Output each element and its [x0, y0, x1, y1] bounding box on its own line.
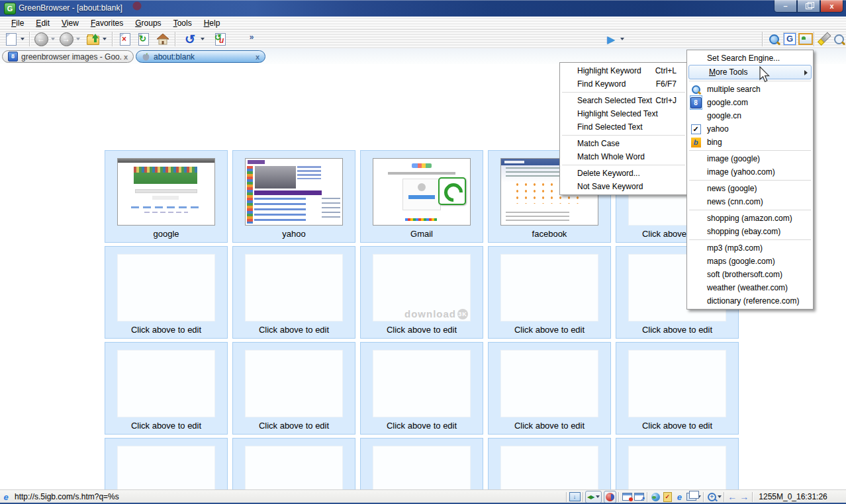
chevron-down-icon[interactable] — [718, 495, 722, 498]
popup-filter-button[interactable] — [621, 491, 633, 502]
empty-thumbnail[interactable]: download 3K — [373, 254, 471, 321]
menu-item-shopping-ebay[interactable]: shopping (ebay.com) — [687, 225, 813, 238]
menu-item-news-cnn[interactable]: news (cnn.com) — [687, 195, 813, 208]
new-page-dropdown[interactable] — [19, 31, 26, 47]
dial-cell-empty[interactable]: Click above to edit — [105, 246, 228, 339]
dial-cell-empty[interactable]: Click above to edit — [105, 342, 228, 435]
menu-item-more-tools[interactable]: More Tools — [688, 65, 812, 79]
restore-button[interactable] — [797, 0, 820, 13]
menu-item-shopping-amazon[interactable]: shopping (amazon.com) — [687, 212, 813, 225]
menu-item-set-search-engine[interactable]: Set Search Engine... — [687, 52, 813, 65]
empty-thumbnail[interactable] — [117, 350, 215, 417]
menu-edit[interactable]: Edit — [30, 17, 56, 29]
menu-item-match-case[interactable]: Match Case — [560, 137, 687, 150]
window-arrange-button[interactable] — [685, 491, 697, 502]
menu-help[interactable]: Help — [198, 17, 226, 29]
dial-cell-yahoo[interactable]: yahoo — [232, 150, 355, 243]
menu-item-image-google[interactable]: image (google) — [687, 152, 813, 165]
go-button[interactable]: ▶ — [604, 31, 618, 47]
google-search-button[interactable]: G — [782, 31, 798, 47]
empty-thumbnail[interactable] — [245, 254, 343, 321]
stop-button[interactable]: × — [117, 31, 134, 47]
back-button[interactable]: ← — [33, 31, 49, 47]
dial-cell-google[interactable]: google — [105, 150, 228, 243]
home-button[interactable] — [154, 31, 172, 47]
empty-thumbnail[interactable] — [628, 350, 726, 417]
dial-cell-empty[interactable]: download 3K Click above to edit — [360, 246, 483, 339]
menu-item-delete-keyword[interactable]: Delete Keyword... — [560, 167, 687, 180]
forward-button[interactable]: → — [58, 31, 74, 47]
menu-item-highlight-selected-text[interactable]: Highlight Selected Text — [560, 107, 687, 120]
proxy-toggle[interactable] — [604, 491, 616, 503]
menu-item-bing[interactable]: b bing — [687, 136, 813, 149]
menu-item-google-cn[interactable]: google.cn — [687, 109, 813, 122]
menu-view[interactable]: View — [56, 17, 85, 29]
tab-greenbrowser-images[interactable]: 8 greenbrowser images - Goo... x — [2, 50, 134, 63]
empty-thumbnail[interactable] — [373, 350, 471, 417]
menu-item-find-selected-text[interactable]: Find Selected Text — [560, 120, 687, 134]
menu-item-soft[interactable]: soft (brothersoft.com) — [687, 268, 813, 281]
menu-groups[interactable]: Groups — [129, 17, 167, 29]
menu-item-multiple-search[interactable]: multiple search — [687, 83, 813, 96]
next-page-button[interactable]: → — [738, 491, 750, 502]
menu-item-google-com[interactable]: 8 google.com — [687, 96, 813, 109]
menu-item-maps[interactable]: maps (google.com) — [687, 255, 813, 268]
menu-item-highlight-keyword[interactable]: Highlight Keyword Ctrl+L — [560, 64, 687, 77]
menu-item-find-keyword[interactable]: Find Keyword F6/F7 — [560, 77, 687, 91]
menu-item-yahoo[interactable]: ✓ yahoo — [687, 122, 813, 136]
toolbar-overflow-chevron[interactable]: » — [246, 29, 257, 45]
menu-item-match-whole-word[interactable]: Match Whole Word — [560, 150, 687, 163]
dial-cell-empty[interactable]: Click above to edit — [616, 342, 739, 435]
search-highlight-button[interactable] — [766, 31, 782, 47]
empty-thumbnail[interactable] — [500, 350, 598, 417]
online-service-button[interactable] — [649, 491, 661, 502]
minimize-button[interactable]: – — [774, 0, 797, 13]
dial-cell-empty[interactable]: Click above to edit — [232, 246, 355, 339]
google-thumbnail[interactable] — [117, 158, 215, 226]
zoom-button[interactable]: + — [706, 491, 718, 502]
image-search-button[interactable] — [798, 31, 814, 47]
yahoo-thumbnail[interactable] — [245, 158, 343, 226]
undo-button[interactable]: ↺ — [181, 31, 199, 47]
gmail-thumbnail[interactable] — [373, 158, 471, 226]
menu-item-mp3[interactable]: mp3 (mp3.com) — [687, 241, 813, 255]
ie-options-button[interactable]: e — [673, 491, 685, 502]
open-folder-dropdown[interactable] — [101, 31, 109, 47]
menu-item-news-google[interactable]: news (google) — [687, 182, 813, 195]
highlight-keyword-button[interactable] — [818, 31, 833, 47]
new-window-button[interactable]: ↗ — [633, 491, 645, 502]
dial-cell-empty[interactable]: Click above to edit — [360, 342, 483, 435]
menu-item-not-save-keyword[interactable]: Not Save Keyword — [560, 180, 687, 193]
empty-thumbnail[interactable] — [500, 254, 598, 321]
dial-cell-gmail[interactable]: Gmail — [360, 150, 483, 243]
tab-about-blank[interactable]: about:blank x — [136, 50, 265, 63]
menu-item-image-yahoo[interactable]: image (yahoo.com) — [687, 165, 813, 179]
link-mode-toggle[interactable]: ◀▶ — [585, 491, 602, 503]
save-picture-button[interactable]: ↓ — [569, 491, 581, 502]
back-dropdown[interactable] — [49, 31, 57, 47]
form-fill-button[interactable]: ✓ — [661, 491, 673, 502]
open-folder-button[interactable] — [85, 31, 101, 47]
tab-close-icon[interactable]: x — [124, 53, 128, 61]
new-page-button[interactable] — [4, 31, 19, 47]
empty-thumbnail[interactable] — [245, 350, 343, 417]
menu-file[interactable]: File — [5, 17, 30, 29]
tab-close-icon[interactable]: x — [256, 53, 259, 61]
undo-dropdown[interactable] — [199, 31, 207, 47]
url-utility-button[interactable]: ↺ u — [212, 31, 229, 47]
empty-thumbnail[interactable] — [117, 254, 215, 321]
menu-item-weather[interactable]: weather (weather.com) — [687, 281, 813, 294]
close-button[interactable]: x — [820, 0, 843, 13]
dial-cell-empty[interactable]: Click above to edit — [488, 246, 611, 339]
refresh-button[interactable]: ↻ — [135, 31, 152, 47]
menu-item-search-selected-text[interactable]: Search Selected Text Ctrl+J — [560, 94, 687, 107]
find-button[interactable] — [832, 31, 845, 47]
go-dropdown[interactable] — [618, 31, 626, 47]
menu-tools[interactable]: Tools — [167, 17, 198, 29]
prev-page-button[interactable]: ← — [726, 491, 738, 502]
dial-cell-empty[interactable]: Click above to edit — [232, 342, 355, 435]
dial-cell-empty[interactable]: Click above to edit — [488, 342, 611, 435]
menu-favorites[interactable]: Favorites — [85, 17, 129, 29]
menu-item-dictionary[interactable]: dictionary (reference.com) — [687, 294, 813, 308]
forward-dropdown[interactable] — [74, 31, 82, 47]
